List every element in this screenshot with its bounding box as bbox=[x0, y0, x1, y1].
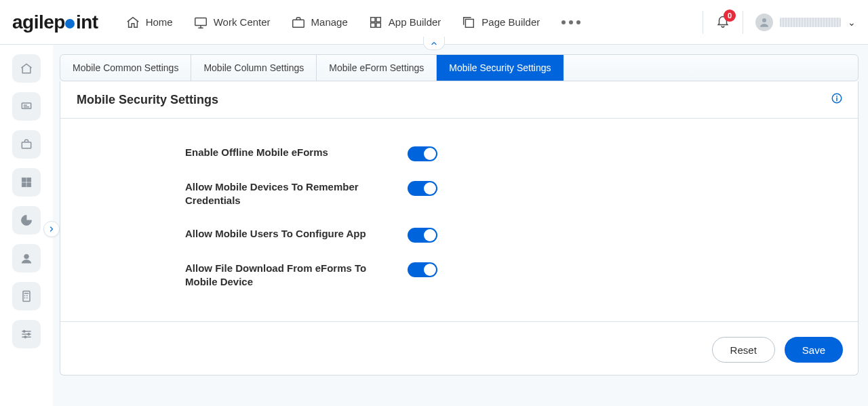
svg-point-14 bbox=[24, 254, 29, 259]
tab-mobile-security[interactable]: Mobile Security Settings bbox=[437, 55, 563, 81]
notifications-button[interactable]: 0 bbox=[715, 14, 730, 31]
nav-work-center-label: Work Center bbox=[214, 16, 271, 28]
setting-enable-offline-eforms: Enable Offline Mobile eForms bbox=[77, 146, 842, 161]
nav-page-builder-label: Page Builder bbox=[481, 16, 540, 28]
tab-label: Mobile Common Settings bbox=[73, 62, 178, 73]
topbar-right: 0 ⌄ bbox=[703, 11, 856, 34]
save-label: Save bbox=[802, 344, 825, 356]
save-button[interactable]: Save bbox=[785, 337, 843, 363]
toggle-enable-offline-eforms[interactable] bbox=[408, 146, 437, 161]
svg-rect-15 bbox=[23, 291, 30, 302]
svg-rect-5 bbox=[376, 22, 380, 26]
nav-home[interactable]: Home bbox=[125, 15, 173, 30]
svg-rect-9 bbox=[22, 142, 31, 148]
info-button[interactable] bbox=[831, 92, 843, 107]
setting-file-download: Allow File Download From eForms To Mobil… bbox=[77, 262, 842, 289]
chevron-right-icon bbox=[47, 225, 56, 233]
nav-more-icon[interactable] bbox=[561, 20, 580, 24]
svg-rect-3 bbox=[376, 17, 380, 21]
separator bbox=[743, 11, 743, 34]
chevron-down-icon: ⌄ bbox=[848, 17, 856, 28]
brand-logo: agilepint bbox=[12, 12, 98, 33]
svg-rect-8 bbox=[22, 103, 31, 108]
sidebar-item-briefcase[interactable] bbox=[12, 130, 41, 159]
brand-text-1: agilep bbox=[12, 12, 65, 33]
sidebar-item-users[interactable] bbox=[12, 244, 41, 272]
svg-point-16 bbox=[23, 330, 25, 332]
svg-point-18 bbox=[24, 336, 26, 338]
sidebar-item-apps[interactable] bbox=[12, 168, 41, 197]
svg-rect-1 bbox=[292, 20, 304, 27]
nav-app-builder-label: App Builder bbox=[389, 16, 441, 28]
setting-remember-credentials: Allow Mobile Devices To Remember Credent… bbox=[77, 180, 842, 208]
tab-label: Mobile eForm Settings bbox=[329, 62, 424, 73]
setting-label: Allow File Download From eForms To Mobil… bbox=[185, 262, 395, 289]
settings-panel: Mobile Security Settings Enable Offline … bbox=[60, 81, 859, 375]
svg-point-20 bbox=[836, 96, 837, 97]
nav-page-builder[interactable]: Page Builder bbox=[461, 15, 540, 30]
svg-point-17 bbox=[28, 333, 30, 335]
panel-header: Mobile Security Settings bbox=[60, 81, 858, 119]
topbar-collapse-toggle[interactable] bbox=[423, 37, 445, 50]
briefcase-icon bbox=[291, 15, 306, 30]
svg-rect-4 bbox=[370, 22, 374, 26]
nav-app-builder[interactable]: App Builder bbox=[368, 15, 441, 30]
brand-dot-icon bbox=[65, 19, 75, 28]
nav-home-label: Home bbox=[146, 16, 173, 28]
sidebar-item-presentation[interactable] bbox=[12, 92, 41, 121]
left-sidebar bbox=[0, 45, 53, 406]
sidebar-item-calculator[interactable] bbox=[12, 282, 41, 310]
sidebar-item-reports[interactable] bbox=[12, 206, 41, 235]
notifications-count: 0 bbox=[724, 9, 736, 22]
user-name-placeholder bbox=[780, 18, 841, 27]
sidebar-expand-toggle[interactable] bbox=[43, 221, 60, 237]
svg-rect-12 bbox=[22, 183, 26, 187]
panel-footer: Reset Save bbox=[60, 321, 858, 375]
user-menu[interactable]: ⌄ bbox=[755, 14, 856, 31]
brand-text-2: int bbox=[76, 12, 98, 33]
home-icon bbox=[125, 15, 140, 30]
page-title: Mobile Security Settings bbox=[77, 93, 218, 107]
svg-rect-0 bbox=[195, 18, 206, 25]
svg-rect-11 bbox=[27, 178, 31, 182]
sidebar-item-home[interactable] bbox=[12, 54, 41, 83]
sidebar-item-settings[interactable] bbox=[12, 320, 41, 348]
tab-label: Mobile Column Settings bbox=[203, 62, 304, 73]
setting-configure-app: Allow Mobile Users To Configure App bbox=[77, 227, 842, 243]
toggle-file-download[interactable] bbox=[408, 262, 437, 277]
setting-label: Allow Mobile Devices To Remember Credent… bbox=[185, 180, 395, 208]
tab-mobile-common[interactable]: Mobile Common Settings bbox=[60, 55, 191, 81]
separator bbox=[703, 11, 703, 34]
nav-manage-label: Manage bbox=[311, 16, 348, 28]
reset-label: Reset bbox=[730, 344, 757, 356]
settings-list: Enable Offline Mobile eForms Allow Mobil… bbox=[60, 119, 858, 321]
tab-mobile-eform[interactable]: Mobile eForm Settings bbox=[317, 55, 437, 81]
primary-nav: Home Work Center Manage App Builder Page… bbox=[125, 15, 581, 30]
grid-icon bbox=[368, 15, 383, 30]
svg-rect-13 bbox=[27, 183, 31, 187]
chevron-up-icon bbox=[430, 39, 438, 47]
svg-rect-6 bbox=[466, 19, 474, 27]
toggle-remember-credentials[interactable] bbox=[408, 181, 437, 196]
monitor-icon bbox=[193, 15, 208, 30]
tab-label: Mobile Security Settings bbox=[449, 62, 551, 73]
main-content: Mobile Common Settings Mobile Column Set… bbox=[53, 45, 868, 406]
nav-manage[interactable]: Manage bbox=[291, 15, 348, 30]
toggle-configure-app[interactable] bbox=[408, 228, 437, 243]
svg-rect-2 bbox=[370, 17, 374, 21]
avatar-icon bbox=[755, 14, 773, 31]
setting-label: Enable Offline Mobile eForms bbox=[185, 146, 395, 159]
settings-tabs: Mobile Common Settings Mobile Column Set… bbox=[60, 54, 859, 81]
svg-rect-10 bbox=[22, 178, 26, 182]
info-icon bbox=[831, 92, 843, 104]
person-icon bbox=[758, 16, 770, 28]
reset-button[interactable]: Reset bbox=[712, 337, 775, 363]
tab-mobile-column[interactable]: Mobile Column Settings bbox=[191, 55, 317, 81]
nav-work-center[interactable]: Work Center bbox=[193, 15, 271, 30]
copy-icon bbox=[461, 15, 476, 30]
setting-label: Allow Mobile Users To Configure App bbox=[185, 227, 395, 241]
svg-point-7 bbox=[762, 18, 766, 22]
